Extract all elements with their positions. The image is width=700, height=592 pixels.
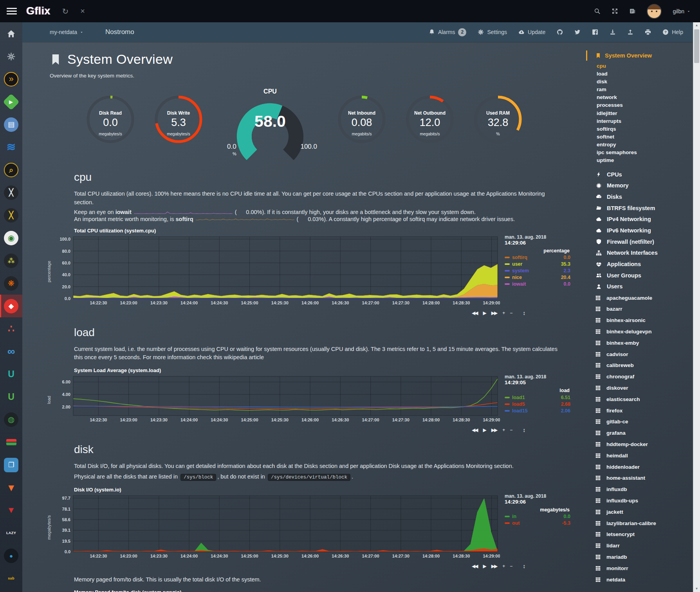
sidebar-app-unifi[interactable] [0, 431, 22, 453]
sidebar-app-nzbget[interactable]: ⁂ [0, 249, 22, 272]
menu-item-interrupts[interactable]: interrupts [597, 117, 693, 125]
cpu-pan-backward-icon[interactable]: ◀◀ [472, 310, 477, 316]
sidebar-app-unraid[interactable]: U [0, 363, 22, 385]
sidebar-app-settings[interactable] [0, 45, 22, 68]
user-menu[interactable]: gilbn [673, 8, 691, 14]
load-zoom-in-icon[interactable]: + [502, 427, 504, 433]
menu-app-bazarr[interactable]: bazarr [595, 304, 693, 315]
sidebar-app-home[interactable] [0, 22, 22, 45]
gauge-net-inbound[interactable]: Net Inbound 0.08 megabits/s [336, 94, 388, 156]
sidebar-app-lazylibrarian[interactable]: LAZY [0, 522, 22, 544]
cpu-legend-nice[interactable]: nice 20.4 [505, 274, 570, 281]
menu-app-grafana[interactable]: grafana [595, 427, 693, 439]
diskio-zoom-out-icon[interactable]: − [510, 563, 512, 569]
menu-section-disks[interactable]: Disks [595, 191, 693, 203]
sidebar-app-ubooquity[interactable]: U [0, 385, 22, 408]
sidebar-app-webtools[interactable]: ◍ [0, 408, 22, 431]
menu-item-entropy[interactable]: entropy [597, 141, 693, 149]
menu-app-binhex-airsonic[interactable]: binhex-airsonic [595, 315, 693, 326]
cpu-legend-system[interactable]: system 2.3 [505, 268, 570, 274]
menu-app-hddtemp-docker[interactable]: hddtemp-docker [595, 439, 693, 450]
menu-app-binhex-delugevpn[interactable]: binhex-delugevpn [595, 326, 693, 337]
gauge-used-ram[interactable]: Used RAM 32.8 % [472, 94, 524, 156]
load-legend-load1[interactable]: load1 6.51 [505, 394, 570, 401]
import-snapshot-icon[interactable] [610, 29, 616, 35]
diskio-pan-backward-icon[interactable]: ◀◀ [472, 563, 477, 569]
changelog-icon[interactable] [629, 8, 636, 14]
menu-app-home-assistant[interactable]: home-assistant [595, 473, 693, 484]
refresh-icon[interactable]: ↻ [62, 7, 69, 16]
menu-app-binhex-emby[interactable]: binhex-emby [595, 337, 693, 349]
menu-app-heimdall[interactable]: heimdall [595, 450, 693, 461]
sidebar-app-radarr[interactable]: ╳ [0, 204, 22, 227]
cpu-zoom-in-icon[interactable]: + [502, 310, 504, 316]
menu-app-gitlab-ce[interactable]: gitlab-ce [595, 416, 693, 428]
github-icon[interactable] [557, 29, 563, 35]
sidebar-app-sonarr[interactable]: ╳ [0, 181, 22, 204]
cpu-play-icon[interactable]: ▶ [483, 310, 485, 316]
sidebar-app-netdata[interactable]: ◆ [0, 295, 22, 317]
menu-section-firewall-netfilter-[interactable]: Firewall (netfilter) [595, 236, 693, 247]
menu-app-lazylibrarian-calibre[interactable]: lazylibrarian-calibre [595, 518, 693, 529]
menu-app-influxdb-ups[interactable]: influxdb-ups [595, 495, 693, 506]
sidebar-app-heimdall[interactable]: ❐ [0, 453, 22, 476]
sidebar-app-tautulli[interactable]: ∴ [0, 317, 22, 340]
menu-app-chronograf[interactable]: chronograf [595, 371, 693, 382]
update-button[interactable]: Update [518, 29, 545, 35]
menu-app-cadvisor[interactable]: cadvisor [595, 349, 693, 360]
menu-section-cpus[interactable]: CPUs [595, 169, 693, 180]
sidebar-app-emby[interactable]: ▶ [0, 90, 22, 113]
load-legend-load15[interactable]: load15 2.06 [505, 407, 570, 414]
menu-item-network[interactable]: network [597, 94, 693, 101]
diskio-legend-out[interactable]: out -5.3 [505, 520, 570, 527]
scrollbar-up-arrow[interactable]: ▲ [693, 22, 700, 29]
menu-app-jackett[interactable]: jackett [595, 506, 693, 518]
sidebar-app-download-station[interactable]: ▼ [0, 499, 22, 522]
menu-app-diskover[interactable]: diskover [595, 382, 693, 394]
sidebar-app-airsonic[interactable]: ≋ [0, 136, 22, 158]
menu-app-lidarr[interactable]: lidarr [595, 540, 693, 551]
menu-app-letsencrypt[interactable]: letsencrypt [595, 529, 693, 540]
help-button[interactable]: ? Help [662, 29, 683, 35]
menu-section-applications[interactable]: Applications [595, 259, 693, 270]
diskio-pan-forward-icon[interactable]: ▶▶ [491, 563, 497, 569]
menu-item-ram[interactable]: ram [597, 86, 693, 94]
gauge-cpu[interactable]: CPU 58.0 0.0 % 100.0 [221, 88, 319, 161]
menu-section-memory[interactable]: Memory [595, 180, 693, 191]
diskio-play-icon[interactable]: ▶ [483, 563, 485, 569]
gauge-disk-write[interactable]: Disk Write 5.3 megabytes/s [153, 94, 204, 156]
page-scrollbar[interactable]: ▲ ▼ [693, 22, 700, 592]
menu-item-softnet[interactable]: softnet [597, 133, 693, 141]
sidebar-app-sabnzbd[interactable]: sab [0, 567, 22, 590]
cpu-chart-plot[interactable]: 0.020.040.060.080.0100.014:22:3014:23:00… [52, 234, 500, 309]
sidebar-app-ombi[interactable]: ∞ [0, 340, 22, 363]
load-resize-handle-icon[interactable]: ↕ [523, 427, 525, 433]
diskio-zoom-in-icon[interactable]: + [502, 563, 504, 569]
menu-item-ipc-semaphores[interactable]: ipc semaphores [597, 149, 693, 157]
menu-app-firefox[interactable]: firefox [595, 405, 693, 416]
cpu-zoom-out-icon[interactable]: − [510, 310, 512, 316]
menu-section-ipv4-networking[interactable]: IPv4 Networking [595, 214, 693, 225]
load-pan-backward-icon[interactable]: ◀◀ [472, 427, 477, 433]
facebook-icon[interactable] [592, 29, 598, 35]
avatar[interactable] [647, 4, 662, 19]
scrollbar-thumb[interactable] [694, 29, 699, 63]
menu-app-apacheguacamole[interactable]: apacheguacamole [595, 292, 693, 304]
alarms-button[interactable]: Alarms 2 [429, 28, 467, 36]
menu-app-hiddenloader[interactable]: hiddenloader [595, 461, 693, 473]
sidebar-app-gitlab[interactable]: ▼ [0, 476, 22, 499]
menu-section-network-interfaces[interactable]: Network Interfaces [595, 247, 693, 259]
export-snapshot-icon[interactable] [627, 29, 633, 35]
gauge-disk-read[interactable]: Disk Read 0.0 megabytes/s [85, 94, 136, 156]
menu-toggle-icon[interactable] [7, 6, 17, 16]
app-logo[interactable]: Gflix [26, 5, 51, 17]
scrollbar-down-arrow[interactable]: ▼ [693, 586, 700, 592]
menu-app-monitorr[interactable]: monitorr [595, 563, 693, 574]
menu-item-disk[interactable]: disk [597, 78, 693, 86]
menu-item-cpu[interactable]: cpu [597, 62, 693, 70]
cpu-legend-softirq[interactable]: softirq 0.0 [505, 254, 570, 261]
load-play-icon[interactable]: ▶ [483, 427, 485, 433]
sidebar-app-grafana[interactable]: ❋ [0, 272, 22, 295]
menu-app-elasticsearch[interactable]: elasticsearch [595, 394, 693, 405]
settings-button[interactable]: Settings [478, 29, 507, 35]
